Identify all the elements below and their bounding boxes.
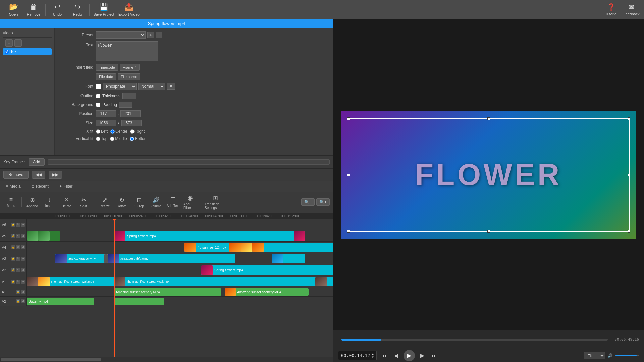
file-name-button[interactable]: File name	[118, 73, 140, 80]
track-v4-mute[interactable]: M	[21, 245, 25, 249]
track-v5-mute[interactable]: M	[21, 234, 25, 238]
preset-select[interactable]	[96, 31, 146, 39]
layer-text-checkbox[interactable]	[5, 50, 9, 54]
font-more-button[interactable]: ▼	[167, 83, 175, 90]
resize-button[interactable]: ⤢ Resize	[97, 195, 112, 209]
timeline-scrollbar[interactable]	[0, 357, 333, 362]
track-v5-eye[interactable]: 👁	[16, 234, 20, 238]
feedback-button[interactable]: ✉ Feedback	[622, 1, 641, 18]
size-w-input[interactable]	[96, 120, 116, 126]
track-v3-eye[interactable]: 👁	[16, 257, 20, 261]
clip-v1-great-wall-3[interactable]	[315, 277, 333, 286]
clip-v3-2[interactable]: #6521ce8e4bfb.wmv	[108, 254, 235, 263]
track-v6-eye[interactable]: 👁	[16, 223, 20, 227]
zoom-out-button[interactable]: 🔍−	[301, 198, 315, 206]
clip-v2-spring[interactable]: Spring flowers.mp4	[201, 265, 333, 275]
track-a2-lock[interactable]: 🔒	[16, 299, 20, 303]
thickness-input[interactable]	[122, 93, 136, 99]
track-a1-mute[interactable]: M	[21, 290, 25, 294]
fit-select[interactable]: Fit 100% 50%	[584, 352, 605, 359]
background-checkbox[interactable]	[96, 103, 100, 107]
play-button[interactable]: ▶	[404, 350, 415, 361]
split-button[interactable]: ✂ Split	[76, 195, 91, 209]
track-v3-mute[interactable]: M	[21, 257, 25, 261]
track-v2-eye[interactable]: 👁	[16, 268, 20, 272]
next-frame-button[interactable]: ▶	[418, 351, 427, 360]
add-text-button[interactable]: T Add Text	[165, 195, 181, 209]
track-v3-content[interactable]: t35171978a19c.wmv #6521ce8e4bfb.wmv	[27, 253, 333, 264]
x-fit-center[interactable]: Center	[110, 129, 127, 134]
clip-v3-1[interactable]: t35171978a19c.wmv	[55, 254, 104, 263]
font-style-select[interactable]: Normal Bold Italic	[138, 83, 165, 90]
font-name-select[interactable]: Phosphate	[103, 83, 137, 90]
vfit-middle-radio[interactable]	[110, 137, 114, 141]
track-v4-content[interactable]: #8 sunrise -12.mov #8 sunrise -12.mov	[27, 242, 333, 253]
timecode-button[interactable]: Timecode	[96, 64, 118, 71]
track-v2-mute[interactable]: M	[21, 268, 25, 272]
go-start-button[interactable]: ⏮	[379, 351, 389, 360]
timecode-up[interactable]: ▲ ▼	[372, 352, 374, 359]
track-a1-content[interactable]: Amazing sunset scenery.MP4 Amazing sunse…	[27, 287, 333, 296]
tab-filter[interactable]: ✦ Filter	[56, 183, 75, 190]
clip-v1-great-wall-2[interactable]: The magnificent Great Wall.mp4	[114, 277, 333, 286]
track-v2-content[interactable]: Spring flowers.mp4	[27, 264, 333, 276]
preset-add-button[interactable]: +	[147, 32, 154, 38]
preset-remove-button[interactable]: −	[156, 32, 162, 38]
track-v1-lock[interactable]: 🔒	[11, 280, 15, 284]
x-fit-left[interactable]: Left	[96, 129, 108, 134]
track-v1-eye[interactable]: 👁	[16, 280, 20, 284]
track-a1-lock[interactable]: 🔒	[16, 290, 20, 294]
volume-speaker-icon[interactable]: 🔊	[608, 353, 613, 358]
next-keyframe-button[interactable]: ▶▶	[49, 171, 62, 179]
track-v3-lock[interactable]: 🔒	[11, 257, 15, 261]
track-v2-lock[interactable]: 🔒	[11, 268, 15, 272]
prev-frame-button[interactable]: ◀	[391, 351, 401, 360]
track-v1-content[interactable]: The magnificent Great Wall.mp4 The magni…	[27, 276, 333, 287]
time-progress-bar[interactable]	[341, 339, 608, 341]
clip-v5-spring-flowers[interactable]: Spring flowers.mp4	[114, 231, 305, 241]
clip-a2-butterfly-2[interactable]	[114, 298, 164, 305]
tab-media[interactable]: ≡ Media	[3, 183, 23, 190]
frame-button[interactable]: Frame #	[120, 64, 140, 71]
tutorial-button[interactable]: ❓ Tutorial	[602, 1, 621, 18]
size-h-input[interactable]	[121, 120, 142, 126]
outline-checkbox[interactable]	[96, 94, 100, 98]
redo-button[interactable]: ↪ Redo	[67, 1, 88, 18]
timeline-scroll-thumb[interactable]	[1, 358, 101, 361]
track-v5-lock[interactable]: 🔒	[11, 234, 15, 238]
clip-v5-1[interactable]	[27, 231, 60, 241]
x-fit-left-radio[interactable]	[96, 129, 100, 134]
track-v6-mute[interactable]: M	[21, 223, 25, 227]
menu-button[interactable]: ≡ Menu	[3, 195, 19, 209]
export-video-button[interactable]: 📤 Export Video	[116, 1, 142, 18]
add-keyframe-button[interactable]: Add	[29, 158, 44, 166]
file-date-button[interactable]: File date	[96, 73, 116, 80]
clip-a2-butterfly[interactable]: Butterfly.mp4	[27, 298, 94, 305]
go-end-button[interactable]: ⏭	[430, 351, 439, 360]
track-v6-lock[interactable]: 🔒	[11, 223, 15, 227]
add-filter-button[interactable]: ◉ Add Filter	[182, 193, 198, 211]
transition-button[interactable]: ⊞ Transition Settings	[204, 193, 227, 211]
clip-v4-sunrise[interactable]: #8 sunrise -12.mov	[184, 243, 333, 252]
insert-button[interactable]: ↓ Insert	[42, 195, 57, 209]
vfit-bottom[interactable]: Bottom	[130, 136, 148, 141]
remove-layer-button[interactable]: −	[14, 39, 22, 47]
track-v5-content[interactable]: Spring flowers.mp4	[27, 230, 333, 241]
timecode-display[interactable]: 00:00:14:12 ▲ ▼	[338, 351, 377, 360]
remove-effect-button[interactable]: Remove	[3, 171, 29, 179]
track-a2-content[interactable]: Butterfly.mp4	[27, 297, 333, 306]
vfit-middle[interactable]: Middle	[110, 136, 127, 141]
track-v1-mute[interactable]: M	[21, 280, 25, 284]
vfit-top[interactable]: Top	[96, 136, 107, 141]
clip-v3-transition[interactable]	[104, 254, 108, 263]
save-project-button[interactable]: 💾 Save Project	[91, 1, 116, 18]
position-x-input[interactable]	[96, 110, 116, 117]
track-v6-content[interactable]	[27, 219, 333, 230]
text-input[interactable]: Flower	[96, 41, 158, 61]
clip-v3-sky[interactable]	[272, 254, 305, 263]
x-fit-center-radio[interactable]	[110, 129, 115, 134]
tab-recent[interactable]: ⊙ Recent	[29, 183, 51, 190]
padding-input[interactable]	[119, 102, 132, 108]
vfit-bottom-radio[interactable]	[130, 137, 134, 141]
remove-button[interactable]: 🗑 Remove	[23, 1, 44, 18]
